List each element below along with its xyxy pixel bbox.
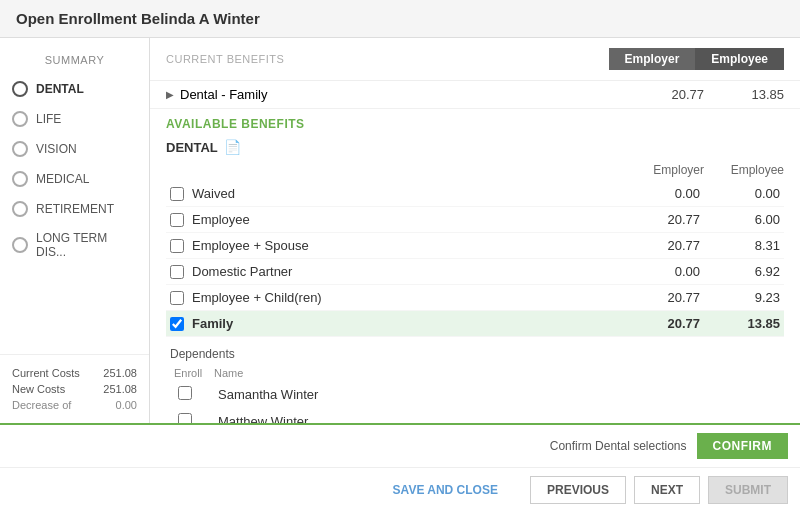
col-headers: Employer Employee [166,161,784,179]
checkbox-waived[interactable] [170,187,184,201]
sidebar-circle-medical [12,171,28,187]
sidebar-label-dental: DENTAL [36,82,84,96]
document-icon: 📄 [224,139,241,155]
sidebar: SUMMARY DENTAL LIFE VISION MEDICAL RETIR… [0,38,150,423]
checkbox-employee[interactable] [170,213,184,227]
dental-header-row: DENTAL 📄 [166,135,784,159]
main-content: CURRENT BENEFITS Employer Employee ▶ Den… [150,38,800,423]
option-family: Family 20.77 13.85 [166,311,784,337]
modal-container: Open Enrollment Belinda A Winter SUMMARY… [0,0,800,512]
confirm-button[interactable]: CONFIRM [697,433,789,459]
sidebar-circle-vision [12,141,28,157]
triangle-icon: ▶ [166,89,174,100]
new-costs-row: New Costs 251.08 [12,381,137,397]
family-employer: 20.77 [620,316,700,331]
modal-footer: Confirm Dental selections CONFIRM SAVE A… [0,423,800,512]
confirm-label: Confirm Dental selections [550,439,687,453]
employee-col-header: Employee [704,163,784,177]
checkbox-emp-children[interactable] [170,291,184,305]
current-costs-value: 251.08 [103,367,137,379]
submit-button: SUBMIT [708,476,788,504]
family-employee: 13.85 [700,316,780,331]
option-employee-name: Employee [192,212,620,227]
dep-checkbox-samantha [178,386,218,403]
previous-button[interactable]: PREVIOUS [530,476,626,504]
option-waived: Waived 0.00 0.00 [166,181,784,207]
current-benefits-label: CURRENT BENEFITS [166,53,609,65]
sidebar-label-ltd: LONG TERM DIS... [36,231,139,259]
emp-children-employer: 20.77 [620,290,700,305]
emp-spouse-employee: 8.31 [700,238,780,253]
checkbox-matthew[interactable] [178,413,192,423]
modal-title: Open Enrollment Belinda A Winter [0,0,800,38]
current-employee-val: 13.85 [704,87,784,102]
option-emp-children: Employee + Child(ren) 20.77 9.23 [166,285,784,311]
dependents-title: Dependents [170,343,780,365]
sidebar-item-medical[interactable]: MEDICAL [0,164,149,194]
option-family-name: Family [192,316,620,331]
modal-body: SUMMARY DENTAL LIFE VISION MEDICAL RETIR… [0,38,800,423]
checkbox-family[interactable] [170,317,184,331]
dep-name-matthew: Matthew Winter [218,414,776,423]
current-costs-row: Current Costs 251.08 [12,365,137,381]
sidebar-item-dental[interactable]: DENTAL [0,74,149,104]
option-emp-spouse-name: Employee + Spouse [192,238,620,253]
dep-enroll-col-header: Enroll [174,367,214,379]
new-costs-label: New Costs [12,383,65,395]
waived-employee: 0.00 [700,186,780,201]
option-employee: Employee 20.77 6.00 [166,207,784,233]
next-button[interactable]: NEXT [634,476,700,504]
save-close-button[interactable]: SAVE AND CLOSE [377,477,514,503]
current-costs-label: Current Costs [12,367,80,379]
employer-tab: Employer [609,48,696,70]
available-section: AVAILABLE BENEFITS DENTAL 📄 Employer Emp… [150,109,800,423]
sidebar-item-ltd[interactable]: LONG TERM DIS... [0,224,149,266]
sidebar-circle-retirement [12,201,28,217]
dep-col-headers: Enroll Name [174,365,780,381]
decrease-value: 0.00 [116,399,137,411]
decrease-row: Decrease of 0.00 [12,397,137,413]
dependents-section: Dependents Enroll Name Samantha Winter [166,337,784,423]
option-employee-spouse: Employee + Spouse 20.77 8.31 [166,233,784,259]
employer-col-header: Employer [624,163,704,177]
current-benefit-row: ▶ Dental - Family 20.77 13.85 [150,81,800,109]
current-benefits-header: CURRENT BENEFITS Employer Employee [150,38,800,81]
option-waived-name: Waived [192,186,620,201]
option-dom-partner-name: Domestic Partner [192,264,620,279]
dep-checkbox-matthew [178,413,218,423]
sidebar-circle-ltd [12,237,28,253]
emp-spouse-employer: 20.77 [620,238,700,253]
dental-section-title: DENTAL 📄 [166,139,784,155]
sidebar-costs: Current Costs 251.08 New Costs 251.08 De… [0,354,149,423]
current-benefit-values: 20.77 13.85 [624,87,784,102]
decrease-label: Decrease of [12,399,71,411]
new-costs-value: 251.08 [103,383,137,395]
employee-employer: 20.77 [620,212,700,227]
sidebar-item-vision[interactable]: VISION [0,134,149,164]
dom-partner-employee: 6.92 [700,264,780,279]
emp-children-employee: 9.23 [700,290,780,305]
dep-name-col-header: Name [214,367,780,379]
current-benefit-name: ▶ Dental - Family [166,87,624,102]
option-domestic-partner: Domestic Partner 0.00 6.92 [166,259,784,285]
available-benefits-label: AVAILABLE BENEFITS [166,109,784,135]
option-emp-children-name: Employee + Child(ren) [192,290,620,305]
sidebar-label-retirement: RETIREMENT [36,202,114,216]
sidebar-label-life: LIFE [36,112,61,126]
dep-matthew: Matthew Winter [174,408,780,423]
dep-name-samantha: Samantha Winter [218,387,776,402]
sidebar-circle-life [12,111,28,127]
employee-employee: 6.00 [700,212,780,227]
waived-employer: 0.00 [620,186,700,201]
checkbox-samantha[interactable] [178,386,192,400]
checkbox-employee-spouse[interactable] [170,239,184,253]
sidebar-circle-dental [12,81,28,97]
sidebar-label-medical: MEDICAL [36,172,89,186]
current-employer-val: 20.77 [624,87,704,102]
checkbox-domestic-partner[interactable] [170,265,184,279]
confirm-row: Confirm Dental selections CONFIRM [0,425,800,468]
header-tabs: Employer Employee [609,48,784,70]
sidebar-item-life[interactable]: LIFE [0,104,149,134]
sidebar-item-retirement[interactable]: RETIREMENT [0,194,149,224]
dom-partner-employer: 0.00 [620,264,700,279]
